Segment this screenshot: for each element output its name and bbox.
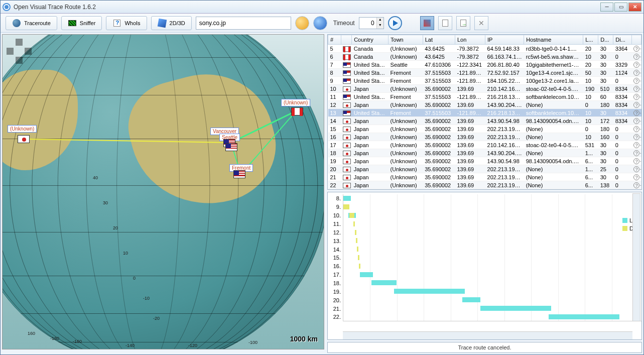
toolbar: Traceroute Sniffer WhoIs 2D/3D Timeout ▲…	[1, 14, 643, 33]
host-input[interactable]	[196, 17, 291, 30]
gantt-bar	[343, 204, 349, 209]
table-row[interactable]: 12Japan(Unknown)35.690002139.69143.90.20…	[328, 101, 641, 109]
table-row[interactable]: 18Japan(Unknown)35.690002139.69143.90.20…	[328, 149, 641, 157]
col-header[interactable]: #	[328, 35, 341, 45]
col-header[interactable]	[341, 35, 351, 45]
help-icon[interactable]: ?	[633, 118, 639, 124]
tool-button-3[interactable]: →	[456, 16, 470, 30]
y-tick-label: 17.	[333, 272, 341, 278]
gantt-bar	[356, 238, 357, 243]
table-row[interactable]: 20Japan(Unknown)35.690002139.69202.213.1…	[328, 165, 641, 173]
help-icon[interactable]: ?	[633, 158, 639, 164]
chart-scrollbar-v[interactable]	[632, 193, 640, 321]
table-row[interactable]: 16Japan(Unknown)35.690002139.69202.213.1…	[328, 133, 641, 141]
timeout-input[interactable]	[359, 18, 376, 29]
table-row[interactable]: 9United StatesFremont37.515503-121.896..…	[328, 77, 641, 85]
coord-label: 20	[113, 225, 118, 230]
help-icon[interactable]: ?	[633, 142, 639, 148]
flag-us-icon	[343, 78, 351, 84]
help-icon[interactable]: ?	[633, 134, 639, 140]
spinner-down[interactable]: ▼	[377, 23, 383, 29]
timeout-label: Timeout	[333, 20, 355, 27]
help-icon[interactable]: ?	[633, 46, 639, 52]
window-title: Open Visual Trace Route 1.6.2	[14, 4, 600, 11]
flag-jp-icon	[343, 102, 351, 108]
col-header[interactable]: L...	[583, 35, 598, 45]
y-tick-label: 14.	[333, 247, 341, 253]
help-icon[interactable]: ?	[633, 126, 639, 132]
flag-us-icon	[233, 170, 245, 178]
titlebar[interactable]: Open Visual Trace Route 1.6.2 ─ ▭ ✕	[1, 1, 643, 14]
col-header[interactable]: IP	[485, 35, 524, 45]
nav-right[interactable]	[25, 48, 32, 55]
help-icon[interactable]: ?	[633, 94, 639, 100]
maximize-button[interactable]: ▭	[614, 3, 627, 12]
nav-up[interactable]	[16, 39, 23, 46]
help-icon[interactable]: ?	[633, 78, 639, 84]
sniffer-button[interactable]: Sniffer	[61, 16, 102, 30]
flag-jp-icon	[343, 151, 351, 156]
view-2d3d-button[interactable]: 2D/3D	[151, 16, 192, 30]
legend-swatch	[622, 218, 627, 223]
nav-left[interactable]	[7, 48, 14, 55]
table-row[interactable]: 19Japan(Unknown)35.690002139.69143.90.54…	[328, 157, 641, 165]
chart-scrollbar-h[interactable]	[343, 331, 632, 339]
col-header[interactable]: Hostname	[524, 35, 583, 45]
table-row[interactable]: 10Japan(Unknown)35.690002139.69210.142.1…	[328, 85, 641, 93]
help-icon[interactable]: ?	[633, 150, 639, 156]
table-row[interactable]: 22Japan(Unknown)35.690002139.69202.213.1…	[328, 181, 641, 189]
help-icon[interactable]: ?	[633, 62, 639, 68]
table-row[interactable]: 5Canada(Unknown)43.6425-79.387264.59.148…	[328, 45, 641, 53]
minimize-button[interactable]: ─	[600, 3, 613, 12]
refresh-button[interactable]	[295, 16, 309, 30]
col-header[interactable]	[631, 35, 641, 45]
col-header[interactable]: Town	[389, 35, 423, 45]
globe-icon	[13, 19, 21, 27]
help-icon[interactable]: ?	[633, 86, 639, 92]
tool-button-2[interactable]	[438, 16, 452, 30]
traceroute-button[interactable]: Traceroute	[6, 16, 57, 30]
table-row[interactable]: 17Japan(Unknown)35.690002139.69210.142.1…	[328, 141, 641, 149]
coord-label: 160	[28, 331, 35, 336]
hops-table-wrap[interactable]: #CountryTownLatLonIPHostnameL...D...Di..…	[327, 34, 642, 190]
help-icon[interactable]: ?	[633, 54, 639, 60]
help-icon[interactable]: ?	[633, 102, 639, 108]
settings-button[interactable]: ✕	[474, 16, 488, 30]
coord-label: -10	[143, 296, 150, 301]
table-row[interactable]: 6Canada(Unknown)43.6425-79.387266.163.74…	[328, 53, 641, 61]
cube-icon	[157, 18, 167, 28]
help-icon[interactable]: ?	[633, 182, 639, 188]
y-tick-label: 10.	[333, 212, 341, 218]
table-row[interactable]: 8United StatesFremont37.515503-121.896..…	[328, 69, 641, 77]
help-icon[interactable]: ?	[633, 110, 639, 116]
y-tick-label: 15.	[333, 255, 341, 261]
globe-toggle-button[interactable]	[313, 16, 327, 30]
flag-jp-icon	[343, 175, 351, 180]
flag-us-icon	[343, 94, 351, 100]
close-button[interactable]: ✕	[628, 3, 641, 12]
timeout-spinner[interactable]: ▲▼	[359, 17, 384, 29]
tool-button-1[interactable]	[420, 16, 434, 30]
nav-down[interactable]	[16, 57, 23, 64]
y-tick-label: 13.	[333, 238, 341, 244]
table-row[interactable]: 11United StatesFremont37.515503-121.896.…	[328, 93, 641, 101]
table-row[interactable]: 14Japan(Unknown)35.690002139.69143.90.54…	[328, 117, 641, 125]
map-panel[interactable]: (Unknown)VancouverSeattleFremont(Unknown…	[2, 34, 324, 349]
help-icon[interactable]: ?	[633, 70, 639, 76]
col-header[interactable]: D...	[598, 35, 613, 45]
table-row[interactable]: 15Japan(Unknown)35.690002139.69202.213.1…	[328, 125, 641, 133]
coord-label: 0	[133, 276, 136, 281]
y-tick-label: 20.	[333, 297, 341, 303]
col-header[interactable]: Country	[352, 35, 389, 45]
table-row[interactable]: 7United StatesSeattle47.610306-122.33412…	[328, 61, 641, 69]
help-icon[interactable]: ?	[633, 174, 639, 180]
play-button[interactable]	[388, 16, 402, 30]
table-row[interactable]: 21Japan(Unknown)35.690002139.69202.213.1…	[328, 173, 641, 181]
col-header[interactable]: Lat	[423, 35, 455, 45]
col-header[interactable]: Lon	[455, 35, 485, 45]
table-row[interactable]: 13United StatesFremont37.515503-121.896.…	[328, 109, 641, 117]
spinner-up[interactable]: ▲	[377, 18, 383, 23]
col-header[interactable]: Di...	[613, 35, 631, 45]
whois-button[interactable]: WhoIs	[106, 16, 147, 30]
help-icon[interactable]: ?	[633, 166, 639, 172]
